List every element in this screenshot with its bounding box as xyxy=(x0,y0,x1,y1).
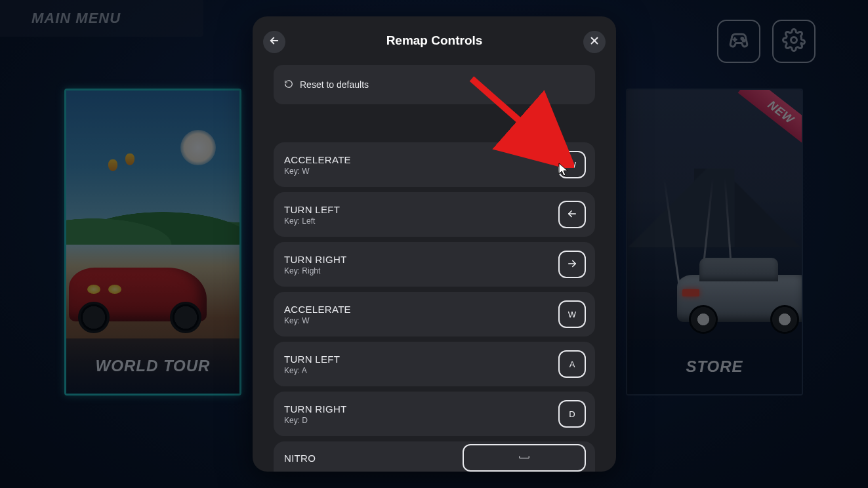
modal-header: Remap Controls xyxy=(253,16,616,65)
control-key-label: Key: Left xyxy=(284,216,340,226)
keycap[interactable]: W xyxy=(558,151,586,178)
reset-defaults-button[interactable]: Reset to defaults xyxy=(274,65,595,104)
control-row-accelerate[interactable]: ACCELERATE Key: W W xyxy=(274,292,595,336)
control-row-accelerate[interactable]: ACCELERATE Key: W W xyxy=(274,142,595,187)
control-name: TURN RIGHT xyxy=(284,403,347,415)
control-name: NITRO xyxy=(284,453,316,464)
control-row-turn-left[interactable]: TURN LEFT Key: A A xyxy=(274,342,595,386)
control-key-label: Key: D xyxy=(284,416,347,425)
control-row-nitro[interactable]: NITRO xyxy=(274,441,595,472)
control-name: ACCELERATE xyxy=(284,304,351,315)
control-key-label: Key: A xyxy=(284,366,340,375)
remap-controls-modal: Remap Controls Reset to defaults ACCELER… xyxy=(253,16,616,472)
keycap[interactable]: W xyxy=(558,300,586,328)
keycap[interactable] xyxy=(558,201,586,228)
controls-list: ACCELERATE Key: W W TURN LEFT Key: Left … xyxy=(274,142,595,472)
arrow-left-icon xyxy=(268,35,280,49)
close-icon xyxy=(589,35,600,49)
arrow-left-icon xyxy=(566,208,578,222)
keycap[interactable]: A xyxy=(558,350,586,378)
modal-title: Remap Controls xyxy=(386,33,483,48)
control-name: TURN RIGHT xyxy=(284,254,347,265)
close-button[interactable] xyxy=(583,31,606,53)
keycap[interactable] xyxy=(558,251,586,278)
reset-label: Reset to defaults xyxy=(300,79,369,90)
control-row-turn-right[interactable]: TURN RIGHT Key: Right xyxy=(274,242,595,287)
keycap[interactable] xyxy=(463,444,586,472)
spacebar-icon xyxy=(518,451,530,465)
reset-icon xyxy=(284,79,293,91)
arrow-right-icon xyxy=(566,258,578,272)
control-name: ACCELERATE xyxy=(284,154,351,165)
back-button[interactable] xyxy=(263,31,285,53)
keycap[interactable]: D xyxy=(558,400,586,428)
control-row-turn-left[interactable]: TURN LEFT Key: Left xyxy=(274,192,595,237)
control-key-label: Key: W xyxy=(284,316,351,325)
control-row-turn-right[interactable]: TURN RIGHT Key: D D xyxy=(274,392,595,436)
control-key-label: Key: Right xyxy=(284,266,347,275)
control-name: TURN LEFT xyxy=(284,204,340,215)
control-name: TURN LEFT xyxy=(284,354,340,365)
control-key-label: Key: W xyxy=(284,167,351,176)
